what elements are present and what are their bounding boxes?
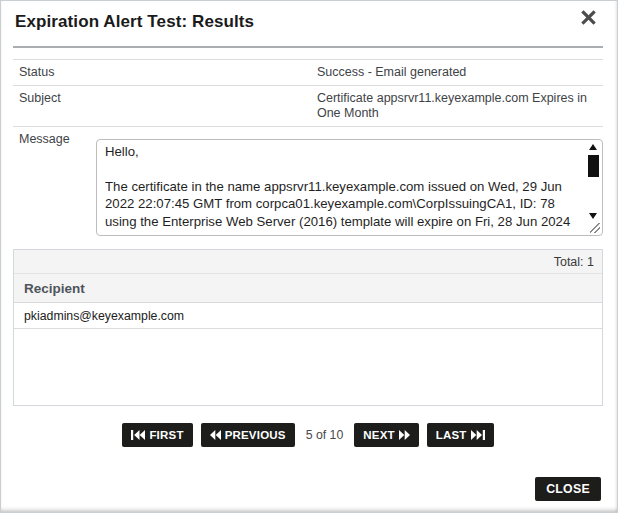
status-label: Status	[13, 60, 311, 86]
previous-page-button[interactable]: PREVIOUS	[201, 423, 295, 447]
recipients-panel: Total: 1 Recipient pkiadmins@keyexample.…	[13, 249, 603, 406]
last-page-button[interactable]: LAST	[427, 423, 494, 447]
recipient-email: pkiadmins@keyexample.com	[24, 309, 184, 323]
result-details-table: Status Success - Email generated Subject…	[13, 59, 603, 127]
subject-value: Certificate appsrvr11.keyexample.com Exp…	[311, 86, 603, 127]
resize-grip-icon[interactable]	[590, 223, 600, 233]
expiration-alert-results-dialog: Expiration Alert Test: Results Status Su…	[0, 0, 618, 513]
last-page-label: LAST	[436, 429, 467, 441]
double-arrow-right-icon	[399, 430, 410, 440]
close-dialog-button[interactable]	[579, 8, 597, 26]
recipient-table-empty-area	[14, 329, 602, 405]
table-row-subject: Subject Certificate appsrvr11.keyexample…	[13, 86, 603, 127]
total-count: Total: 1	[554, 255, 594, 269]
scrollbar-thumb[interactable]	[588, 155, 599, 177]
header-divider	[13, 46, 603, 48]
recipient-header-label: Recipient	[24, 281, 85, 296]
scroll-down-arrow-icon[interactable]	[589, 213, 597, 219]
message-section: Message Hello, The certificate in the na…	[13, 132, 603, 236]
scroll-up-arrow-icon[interactable]	[589, 144, 597, 150]
message-label: Message	[13, 132, 96, 236]
message-text: Hello, The certificate in the name appsr…	[105, 143, 580, 231]
first-page-label: FIRST	[149, 429, 183, 441]
total-bar: Total: 1	[14, 250, 602, 274]
x-close-icon	[581, 10, 596, 25]
skip-to-last-icon	[471, 430, 485, 440]
skip-to-first-icon	[131, 430, 145, 440]
double-arrow-left-icon	[210, 430, 221, 440]
subject-label: Subject	[13, 86, 311, 127]
dialog-title: Expiration Alert Test: Results	[13, 1, 603, 32]
table-row-recipient[interactable]: pkiadmins@keyexample.com	[14, 303, 602, 329]
page-status: 5 of 10	[306, 428, 344, 442]
next-page-label: NEXT	[363, 429, 394, 441]
previous-page-label: PREVIOUS	[225, 429, 286, 441]
first-page-button[interactable]: FIRST	[122, 423, 192, 447]
textarea-scrollbar[interactable]	[586, 142, 600, 219]
status-value: Success - Email generated	[311, 60, 603, 86]
message-textarea[interactable]: Hello, The certificate in the name appsr…	[96, 139, 603, 236]
dialog-header: Expiration Alert Test: Results	[13, 1, 603, 46]
pagination-controls: FIRST PREVIOUS 5 of 10 NEXT LAST	[13, 423, 603, 447]
next-page-button[interactable]: NEXT	[354, 423, 418, 447]
recipient-column-header: Recipient	[14, 274, 602, 303]
close-button[interactable]: CLOSE	[535, 477, 601, 501]
table-row-status: Status Success - Email generated	[13, 60, 603, 86]
